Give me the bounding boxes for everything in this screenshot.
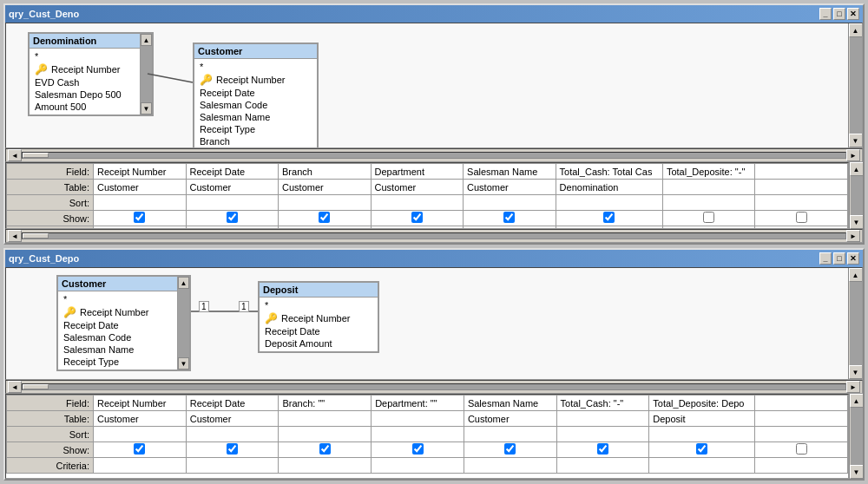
crit2-1[interactable] — [186, 458, 279, 474]
field-5[interactable]: Total_Cash: Total Cas — [556, 164, 662, 180]
table-7[interactable] — [755, 180, 848, 195]
sort-3[interactable] — [371, 195, 464, 211]
sort2-4[interactable] — [464, 427, 556, 442]
crit-2[interactable] — [279, 226, 372, 230]
grid-vscroll-1[interactable]: ▲ ▼ — [849, 162, 863, 229]
field2-1[interactable]: Receipt Date — [186, 396, 279, 411]
hscroll-grid-left-1[interactable]: ◄ — [8, 230, 22, 242]
table-4[interactable]: Customer — [464, 180, 556, 195]
show-5[interactable] — [556, 211, 662, 226]
crit2-0[interactable] — [94, 458, 187, 474]
show2-4[interactable] — [464, 442, 556, 458]
crit-1[interactable] — [186, 226, 279, 230]
denom-scroll-down[interactable]: ▼ — [141, 102, 152, 114]
diag-scroll-down-1[interactable]: ▼ — [849, 134, 863, 147]
table2-2[interactable] — [279, 411, 372, 427]
sort-7[interactable] — [755, 195, 848, 211]
close-btn-2[interactable]: ✕ — [847, 252, 859, 265]
hscroll-left-1[interactable]: ◄ — [8, 149, 22, 161]
diagram-scroll-right-2[interactable]: ▲ ▼ — [848, 268, 862, 379]
show2-5[interactable] — [556, 442, 649, 458]
crit2-3[interactable] — [372, 458, 464, 474]
table2-3[interactable] — [372, 411, 464, 427]
sort-6[interactable] — [662, 195, 755, 211]
grid-vscroll-2[interactable]: ▲ ▼ — [849, 394, 863, 479]
maximize-btn-1[interactable]: □ — [833, 8, 845, 20]
show-3[interactable] — [371, 211, 464, 226]
table-6[interactable] — [662, 180, 755, 195]
sort-1[interactable] — [186, 195, 279, 211]
crit2-4[interactable] — [464, 458, 556, 474]
diag-scroll-up-2[interactable]: ▲ — [849, 268, 863, 282]
field-6[interactable]: Total_Deposite: "-" — [662, 164, 755, 180]
hscroll-diag-1[interactable]: ◄ ► — [5, 148, 863, 162]
hscroll-track-2[interactable] — [22, 383, 846, 390]
table2-5[interactable] — [556, 411, 649, 427]
crit2-7[interactable] — [755, 458, 848, 474]
field-4[interactable]: Salesman Name — [464, 164, 556, 180]
sort2-0[interactable] — [94, 427, 187, 442]
field2-4[interactable]: Salesman Name — [464, 396, 556, 411]
minimize-btn-1[interactable]: _ — [819, 8, 832, 20]
hscroll-left-2[interactable]: ◄ — [8, 381, 22, 393]
field-7[interactable] — [755, 164, 848, 180]
crit-7[interactable] — [755, 226, 848, 230]
field-3[interactable]: Department — [371, 164, 464, 180]
denom-scroll-up[interactable]: ▲ — [141, 34, 152, 46]
maximize-btn-2[interactable]: □ — [833, 252, 845, 265]
show-4[interactable] — [464, 211, 556, 226]
crit2-5[interactable] — [556, 458, 649, 474]
show-6[interactable] — [662, 211, 755, 226]
field-0[interactable]: Receipt Number — [94, 164, 187, 180]
show-0[interactable] — [94, 211, 187, 226]
show2-0[interactable] — [94, 442, 187, 458]
table-3[interactable]: Customer — [371, 180, 464, 195]
sort2-6[interactable] — [649, 427, 755, 442]
show2-1[interactable] — [186, 442, 279, 458]
table-5[interactable]: Denomination — [556, 180, 662, 195]
table-0[interactable]: Customer — [94, 180, 187, 195]
hscroll-grid-track-1[interactable] — [22, 232, 846, 239]
minimize-btn-2[interactable]: _ — [819, 252, 832, 265]
close-btn-1[interactable]: ✕ — [847, 8, 859, 20]
sort-4[interactable] — [464, 195, 556, 211]
grid-vscroll-down-2[interactable]: ▼ — [850, 465, 864, 479]
sort2-3[interactable] — [372, 427, 464, 442]
table2-4[interactable]: Customer — [464, 411, 556, 427]
hscroll-diag-2[interactable]: ◄ ► — [5, 380, 863, 394]
sort2-7[interactable] — [755, 427, 848, 442]
table2-1[interactable]: Customer — [186, 411, 279, 427]
diagram-scroll-right-1[interactable]: ▲ ▼ — [848, 23, 862, 147]
show2-7[interactable] — [755, 442, 848, 458]
show2-6[interactable] — [649, 442, 755, 458]
sort2-1[interactable] — [186, 427, 279, 442]
denom-scrollbar[interactable]: ▲ ▼ — [140, 34, 152, 114]
crit-4[interactable] — [464, 226, 556, 230]
show2-3[interactable] — [372, 442, 464, 458]
field2-3[interactable]: Department: "" — [372, 396, 464, 411]
sort-5[interactable] — [556, 195, 662, 211]
table-1[interactable]: Customer — [186, 180, 279, 195]
diag-scroll-down-2[interactable]: ▼ — [849, 365, 863, 379]
show-1[interactable] — [186, 211, 279, 226]
field2-5[interactable]: Total_Cash: "-" — [556, 396, 649, 411]
hscroll-grid-1[interactable]: ◄ ► — [5, 229, 863, 243]
crit-5[interactable] — [556, 226, 662, 230]
hscroll-grid-right-1[interactable]: ► — [846, 230, 860, 242]
grid-vscroll-down-1[interactable]: ▼ — [850, 215, 864, 229]
grid-vscroll-up-1[interactable]: ▲ — [850, 162, 864, 176]
crit2-6[interactable] — [649, 458, 755, 474]
field2-7[interactable] — [755, 396, 848, 411]
table2-0[interactable]: Customer — [94, 411, 187, 427]
field2-6[interactable]: Total_Deposite: Depo — [649, 396, 755, 411]
table-2[interactable]: Customer — [279, 180, 372, 195]
crit-0[interactable] — [94, 226, 187, 230]
crit2-2[interactable] — [279, 458, 372, 474]
diag-scroll-up-1[interactable]: ▲ — [849, 23, 863, 37]
crit-3[interactable] — [371, 226, 464, 230]
sort-2[interactable] — [279, 195, 372, 211]
sort2-2[interactable] — [279, 427, 372, 442]
field-2[interactable]: Branch — [279, 164, 372, 180]
show2-2[interactable] — [279, 442, 372, 458]
cust2-scrollbar[interactable]: ▲ ▼ — [177, 277, 189, 370]
